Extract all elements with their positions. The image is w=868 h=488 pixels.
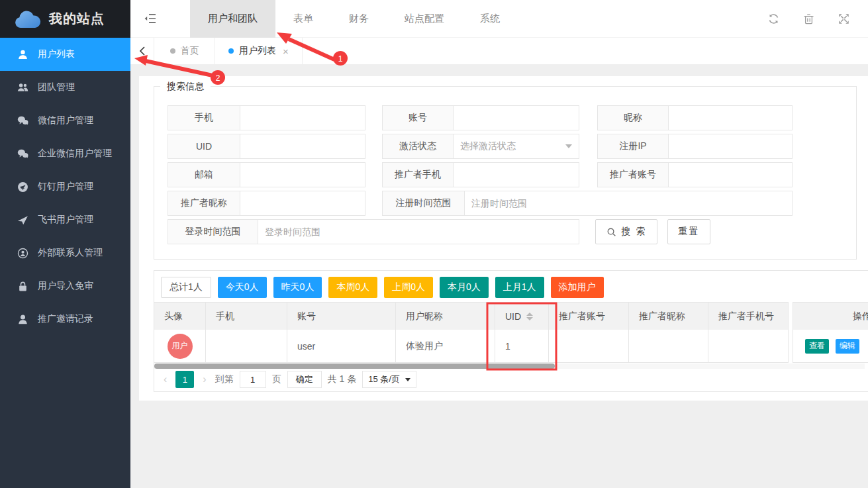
person-outline-icon	[17, 314, 28, 325]
sidebar-item-label: 团队管理	[38, 81, 75, 93]
topbar: 用户和团队 表单 财务 站点配置 系统	[130, 0, 868, 38]
stat-total-button[interactable]: 总计1人	[161, 277, 211, 298]
stat-this-week-button[interactable]: 本周0人	[328, 277, 377, 298]
users-icon	[17, 82, 28, 93]
tab-dot-icon	[170, 48, 175, 54]
stat-today-button[interactable]: 今天0人	[218, 277, 267, 298]
email-input[interactable]	[240, 162, 365, 187]
horizontal-scrollbar-track[interactable]	[154, 364, 865, 369]
topnav-item-finance[interactable]: 财务	[331, 0, 387, 38]
col-header-avatar: 头像	[154, 302, 206, 330]
field-nickname: 昵称	[597, 105, 793, 130]
next-page-icon[interactable]: ›	[200, 373, 209, 385]
field-promoter-account: 推广者账号	[597, 162, 793, 187]
collapse-menu-icon[interactable]	[130, 14, 170, 23]
reg-ip-input[interactable]	[668, 134, 793, 159]
cell-avatar: 用户	[154, 330, 206, 363]
refresh-icon[interactable]	[768, 13, 779, 24]
field-promoter-nickname: 推广者昵称	[168, 191, 365, 216]
search-button[interactable]: 搜 索	[595, 219, 657, 244]
logo: 我的站点	[0, 0, 130, 38]
confirm-page-button[interactable]: 确定	[287, 371, 322, 388]
field-label: 账号	[382, 105, 454, 130]
app-root: 我的站点 用户列表 团队管理 微信用户管理 企业微信用户管理 钉钉用户管理	[0, 0, 868, 488]
sidebar-item-team[interactable]: 团队管理	[0, 71, 130, 104]
goto-label: 到第	[215, 373, 234, 385]
reg-time-range-input[interactable]	[464, 191, 793, 216]
tab-label: 用户列表	[239, 45, 276, 57]
sidebar-item-user-import[interactable]: 用户导入免审	[0, 269, 130, 303]
topbar-actions	[768, 13, 868, 24]
stat-this-month-button[interactable]: 本月0人	[440, 277, 489, 298]
wechat-icon	[17, 115, 28, 126]
cell-uid: 1	[495, 330, 549, 363]
dingtalk-icon	[17, 181, 28, 193]
goto-page-input[interactable]	[240, 371, 266, 388]
promoter-account-input[interactable]	[668, 162, 793, 187]
nickname-input[interactable]	[668, 105, 793, 130]
activation-select[interactable]: 选择激活状态	[453, 134, 579, 159]
field-reg-time-range: 注册时间范围	[382, 191, 793, 216]
topnav-item-site-config[interactable]: 站点配置	[387, 0, 462, 38]
add-user-button[interactable]: 添加用户	[551, 277, 604, 298]
current-page[interactable]: 1	[175, 371, 194, 388]
horizontal-scrollbar-thumb[interactable]	[154, 364, 555, 369]
field-label: 激活状态	[382, 134, 454, 159]
site-title: 我的站点	[49, 10, 105, 28]
sidebar-item-wechat-users[interactable]: 微信用户管理	[0, 104, 130, 137]
field-label: 登录时间范围	[168, 219, 258, 244]
sort-icon[interactable]	[526, 313, 533, 320]
stat-last-week-button[interactable]: 上周0人	[384, 277, 433, 298]
col-header-account: 账号	[287, 302, 396, 330]
tab-home[interactable]: 首页	[154, 38, 215, 64]
sidebar-item-external-contacts[interactable]: 外部联系人管理	[0, 236, 130, 269]
page-size-select[interactable]: 15 条/页	[362, 371, 416, 388]
topnav-item-system[interactable]: 系统	[462, 0, 518, 38]
reset-button[interactable]: 重置	[667, 219, 710, 244]
sidebar-item-label: 钉钉用户管理	[38, 181, 93, 193]
col-header-promoter-account: 推广者账号	[548, 302, 629, 330]
stat-last-month-button[interactable]: 上月1人	[495, 277, 544, 298]
sidebar: 我的站点 用户列表 团队管理 微信用户管理 企业微信用户管理 钉钉用户管理	[0, 0, 130, 488]
topnav-item-users-teams[interactable]: 用户和团队	[190, 0, 275, 38]
account-input[interactable]	[453, 105, 579, 130]
prev-page-icon[interactable]: ‹	[161, 373, 169, 385]
sidebar-item-user-list[interactable]: 用户列表	[0, 38, 130, 71]
sidebar-item-label: 推广邀请记录	[38, 313, 93, 325]
sidebar-item-wecom-users[interactable]: 企业微信用户管理	[0, 137, 130, 170]
table-panel: 总计1人 今天0人 昨天0人 本周0人 上周0人 本月0人 上月1人 添加用户 …	[154, 270, 868, 392]
col-header-nickname: 用户昵称	[395, 302, 495, 330]
stat-yesterday-button[interactable]: 昨天0人	[273, 277, 322, 298]
search-legend: 搜索信息	[160, 81, 211, 93]
promoter-phone-input[interactable]	[453, 162, 579, 187]
trash-icon[interactable]	[803, 13, 814, 24]
cell-phone	[205, 330, 287, 363]
wecom-icon	[17, 148, 28, 160]
uid-input[interactable]	[240, 134, 365, 159]
select-placeholder: 选择激活状态	[460, 140, 516, 152]
tab-user-list[interactable]: 用户列表 ×	[215, 38, 303, 64]
sidebar-item-label: 飞书用户管理	[38, 214, 93, 226]
edit-button[interactable]: 编辑	[836, 339, 859, 354]
view-button[interactable]: 查看	[805, 339, 829, 354]
phone-input[interactable]	[240, 105, 365, 130]
col-header-label: UID	[505, 311, 521, 322]
close-tab-icon[interactable]: ×	[283, 46, 289, 57]
chevron-down-icon	[565, 144, 572, 148]
contact-icon	[17, 248, 28, 259]
sidebar-item-feishu-users[interactable]: 飞书用户管理	[0, 203, 130, 236]
cell-actions: 查看 编辑	[793, 330, 868, 363]
main-content: 搜索信息 手机 账号 昵称 UID 激活状态 选择激活状态 注册IP	[139, 76, 868, 401]
field-label: 手机	[168, 105, 240, 130]
sidebar-item-dingtalk-users[interactable]: 钉钉用户管理	[0, 170, 130, 203]
tabs-scroll-left-icon[interactable]	[130, 38, 154, 64]
page-size-value: 15 条/页	[368, 373, 400, 385]
col-header-phone: 手机	[205, 302, 287, 330]
fullscreen-icon[interactable]	[838, 13, 849, 24]
promoter-nickname-input[interactable]	[240, 191, 365, 216]
tab-dot-icon	[228, 48, 234, 54]
login-time-range-input[interactable]	[258, 219, 579, 244]
topnav-item-forms[interactable]: 表单	[275, 0, 331, 38]
sidebar-item-invite-records[interactable]: 推广邀请记录	[0, 303, 130, 336]
field-phone: 手机	[168, 105, 365, 130]
